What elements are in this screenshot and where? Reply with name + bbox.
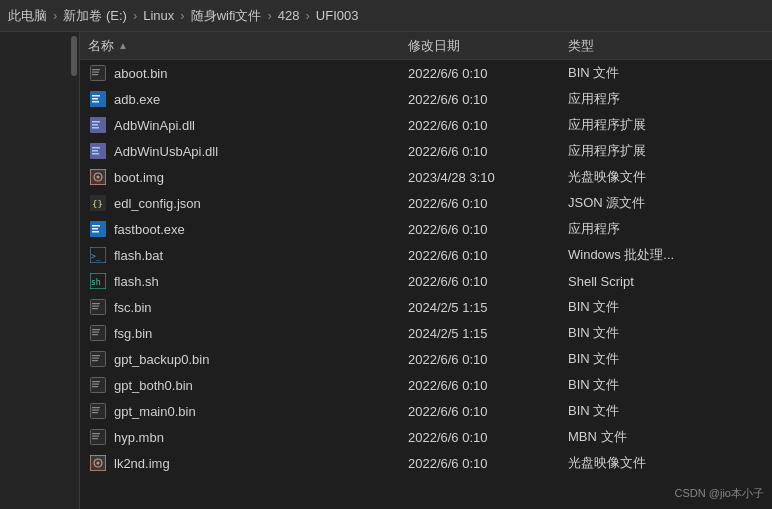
table-row[interactable]: AdbWinApi.dll 2022/6/6 0:10 应用程序扩展 <box>80 112 772 138</box>
table-row[interactable]: lk2nd.img 2022/6/6 0:10 光盘映像文件 <box>80 450 772 476</box>
svg-text:>_: >_ <box>91 252 101 261</box>
sep2: › <box>178 8 186 23</box>
file-icon-exe <box>88 219 108 239</box>
svg-rect-23 <box>92 228 98 230</box>
file-date: 2022/6/6 0:10 <box>408 378 568 393</box>
svg-rect-32 <box>92 308 98 309</box>
sort-arrow-icon: ▲ <box>118 40 128 51</box>
svg-rect-9 <box>92 121 100 123</box>
breadcrumb-linux[interactable]: Linux <box>143 8 174 23</box>
breadcrumb-thispc[interactable]: 此电脑 <box>8 7 47 25</box>
table-row[interactable]: aboot.bin 2022/6/6 0:10 BIN 文件 <box>80 60 772 86</box>
file-name: gpt_main0.bin <box>114 404 408 419</box>
file-type: BIN 文件 <box>568 402 764 420</box>
file-type: JSON 源文件 <box>568 194 764 212</box>
svg-point-18 <box>97 176 100 179</box>
file-name: adb.exe <box>114 92 408 107</box>
svg-rect-37 <box>91 352 106 367</box>
file-name: fastboot.exe <box>114 222 408 237</box>
svg-rect-48 <box>92 412 98 413</box>
sidebar-scrollbar[interactable] <box>71 36 77 76</box>
table-row[interactable]: fsc.bin 2024/2/5 1:15 BIN 文件 <box>80 294 772 320</box>
file-icon-bin <box>88 375 108 395</box>
file-date: 2022/6/6 0:10 <box>408 144 568 159</box>
col-header-name[interactable]: 名称 ▲ <box>88 37 408 55</box>
file-type: BIN 文件 <box>568 324 764 342</box>
svg-rect-2 <box>92 72 99 73</box>
file-type: 应用程序扩展 <box>568 142 764 160</box>
file-date: 2024/2/5 1:15 <box>408 326 568 341</box>
svg-rect-38 <box>92 355 100 356</box>
file-date: 2022/6/6 0:10 <box>408 456 568 471</box>
breadcrumb-wifi[interactable]: 随身wifi文件 <box>191 7 262 25</box>
file-date: 2022/6/6 0:10 <box>408 66 568 81</box>
file-date: 2023/4/28 3:10 <box>408 170 568 185</box>
svg-text:{}: {} <box>92 199 103 209</box>
svg-rect-22 <box>92 225 100 227</box>
table-row[interactable]: AdbWinUsbApi.dll 2022/6/6 0:10 应用程序扩展 <box>80 138 772 164</box>
address-bar: 此电脑 › 新加卷 (E:) › Linux › 随身wifi文件 › 428 … <box>0 0 772 32</box>
file-icon-bin <box>88 349 108 369</box>
table-row[interactable]: hyp.mbn 2022/6/6 0:10 MBN 文件 <box>80 424 772 450</box>
table-row[interactable]: gpt_main0.bin 2022/6/6 0:10 BIN 文件 <box>80 398 772 424</box>
table-row[interactable]: fsg.bin 2024/2/5 1:15 BIN 文件 <box>80 320 772 346</box>
breadcrumb-drive[interactable]: 新加卷 (E:) <box>63 7 127 25</box>
file-type: Windows 批处理... <box>568 246 764 264</box>
svg-rect-47 <box>92 410 99 411</box>
svg-rect-11 <box>92 127 99 129</box>
file-name: flash.bat <box>114 248 408 263</box>
sep0: › <box>51 8 59 23</box>
file-type: Shell Script <box>568 274 764 289</box>
table-row[interactable]: sh flash.sh 2022/6/6 0:10 Shell Script <box>80 268 772 294</box>
table-row[interactable]: fastboot.exe 2022/6/6 0:10 应用程序 <box>80 216 772 242</box>
file-name: AdbWinUsbApi.dll <box>114 144 408 159</box>
file-name: boot.img <box>114 170 408 185</box>
main-layout: 名称 ▲ 修改日期 类型 aboot.bin 2022/6/6 0:10 BIN… <box>0 32 772 509</box>
col-header-date[interactable]: 修改日期 <box>408 37 568 55</box>
file-name: hyp.mbn <box>114 430 408 445</box>
breadcrumb-ufi003[interactable]: UFI003 <box>316 8 359 23</box>
file-icon-img <box>88 453 108 473</box>
file-type: 应用程序 <box>568 90 764 108</box>
breadcrumb-428[interactable]: 428 <box>278 8 300 23</box>
file-type: 应用程序 <box>568 220 764 238</box>
col-header-type[interactable]: 类型 <box>568 37 764 55</box>
svg-rect-36 <box>92 334 98 335</box>
file-icon-json: {} <box>88 193 108 213</box>
file-date: 2022/6/6 0:10 <box>408 118 568 133</box>
table-row[interactable]: gpt_both0.bin 2022/6/6 0:10 BIN 文件 <box>80 372 772 398</box>
svg-rect-7 <box>92 101 99 103</box>
svg-rect-10 <box>92 124 98 126</box>
svg-rect-40 <box>92 360 98 361</box>
content-area: 名称 ▲ 修改日期 类型 aboot.bin 2022/6/6 0:10 BIN… <box>80 32 772 509</box>
svg-rect-34 <box>92 329 100 330</box>
table-row[interactable]: {} edl_config.json 2022/6/6 0:10 JSON 源文… <box>80 190 772 216</box>
file-date: 2022/6/6 0:10 <box>408 248 568 263</box>
svg-rect-50 <box>92 433 100 434</box>
table-row[interactable]: boot.img 2023/4/28 3:10 光盘映像文件 <box>80 164 772 190</box>
file-icon-sh: sh <box>88 271 108 291</box>
svg-rect-31 <box>92 306 99 307</box>
table-row[interactable]: >_ flash.bat 2022/6/6 0:10 Windows 批处理..… <box>80 242 772 268</box>
table-row[interactable]: gpt_backup0.bin 2022/6/6 0:10 BIN 文件 <box>80 346 772 372</box>
file-name: gpt_both0.bin <box>114 378 408 393</box>
svg-rect-51 <box>92 436 99 437</box>
file-type: BIN 文件 <box>568 350 764 368</box>
file-type: 光盘映像文件 <box>568 168 764 186</box>
svg-rect-45 <box>91 404 106 419</box>
svg-text:sh: sh <box>91 278 101 287</box>
file-type: 应用程序扩展 <box>568 116 764 134</box>
svg-rect-24 <box>92 231 99 233</box>
file-icon-exe <box>88 89 108 109</box>
file-icon-bat: >_ <box>88 245 108 265</box>
table-row[interactable]: adb.exe 2022/6/6 0:10 应用程序 <box>80 86 772 112</box>
sidebar <box>0 32 80 509</box>
file-date: 2022/6/6 0:10 <box>408 92 568 107</box>
sep4: › <box>304 8 312 23</box>
svg-rect-35 <box>92 332 99 333</box>
file-name: lk2nd.img <box>114 456 408 471</box>
file-type: MBN 文件 <box>568 428 764 446</box>
file-date: 2022/6/6 0:10 <box>408 430 568 445</box>
file-name: gpt_backup0.bin <box>114 352 408 367</box>
file-date: 2022/6/6 0:10 <box>408 404 568 419</box>
